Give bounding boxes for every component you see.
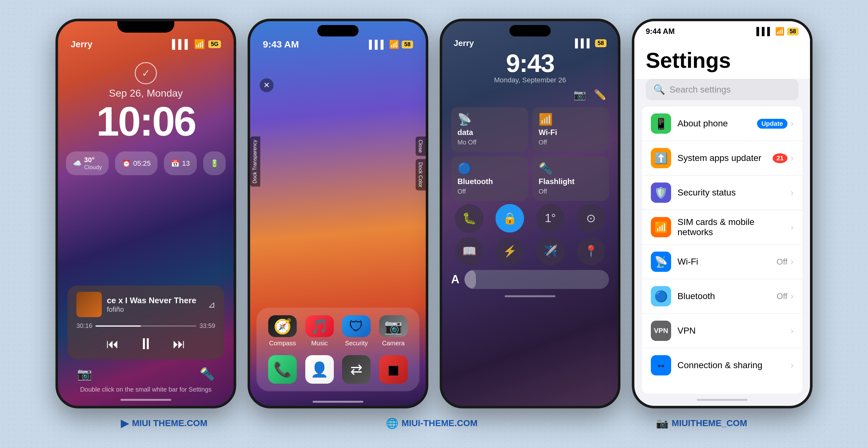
p4-row-security-status[interactable]: 🛡️ Security status ›	[642, 175, 802, 210]
p2-dock-area: 🧭 Compass 🎵 Music 🛡 Security 📷	[256, 308, 420, 391]
footer-link-instagram[interactable]: 📷 MIUITHEME_COM	[656, 417, 747, 429]
p2-time: 9:43 AM	[263, 39, 299, 50]
p3-user: Jerry	[454, 38, 474, 48]
p4-search-icon: 🔍	[653, 84, 665, 95]
p2-left-labels: Dock Transparency	[250, 136, 260, 190]
p4-bluetooth-row-icon: 🔵	[651, 286, 671, 307]
p4-vpn-title: VPN	[678, 326, 784, 336]
p1-check-ring: ✓	[135, 62, 157, 84]
p1-elapsed: 30:16	[76, 322, 92, 329]
p3-icon-target[interactable]: ⊙	[577, 204, 605, 232]
p1-battery-widget: 🔋	[203, 152, 226, 175]
p2-dock-row: 📞 👤 ⇄ ◼	[264, 352, 412, 384]
p2-dock-share[interactable]: ⇄	[342, 355, 371, 384]
p1-camera-icon[interactable]: 📷	[77, 367, 92, 381]
p3-camera-edit: 📷 ✏️	[442, 86, 618, 104]
signal-icon: ▌▌▌	[172, 39, 191, 50]
p2-close-btn[interactable]: ✕	[260, 78, 274, 92]
p1-next-button[interactable]: ⏭	[173, 337, 185, 351]
phone-controlcenter: Jerry ▌▌▌ 58 9:43 Monday, September 26 📷…	[440, 19, 620, 408]
p3-edit-btn[interactable]: ✏️	[594, 89, 607, 101]
p4-signal-icon: ▌▌▌	[756, 27, 773, 36]
security-icon: 🛡	[342, 315, 371, 337]
p1-prev-button[interactable]: ⏮	[106, 337, 119, 351]
p4-updater-icon: ⬆️	[651, 148, 671, 168]
p3-icon-bug[interactable]: 🐛	[455, 204, 484, 232]
p3-brightness-label: A	[451, 273, 459, 286]
p4-bluetooth-value: Off	[776, 291, 787, 301]
p4-row-about[interactable]: 📱 About phone Update ›	[642, 106, 802, 141]
p1-flashlight-icon[interactable]: 🔦	[200, 367, 215, 381]
p3-icon-rotate[interactable]: 1°	[536, 204, 565, 232]
p1-airplay-icon[interactable]: ⊿	[208, 299, 215, 310]
p4-home-indicator	[697, 399, 747, 401]
p3-tile-bluetooth[interactable]: 🔵 Bluetooth Off	[451, 156, 528, 201]
p3-flashlight-icon: 🔦	[538, 162, 603, 175]
p2-close-label[interactable]: Close	[415, 136, 426, 156]
footer-link-web[interactable]: 🌐 MIUI-THEME.COM	[386, 417, 478, 429]
p2-transparency-label[interactable]: Dock Transparency	[250, 136, 260, 187]
p3-tile-flashlight[interactable]: 🔦 Flashlight Off	[532, 156, 609, 201]
p3-bluetooth-title: Bluetooth	[458, 177, 522, 186]
p4-vpn-icon: VPN	[651, 321, 671, 341]
p4-about-chevron: ›	[790, 119, 794, 129]
p3-icon-airplane[interactable]: ✈️	[536, 237, 565, 265]
p2-dock-color-label[interactable]: Dock Color	[415, 159, 426, 190]
p4-updater-title: System apps updater	[678, 153, 766, 163]
p4-sim-title: SIM cards & mobile networks	[678, 217, 784, 237]
alarm-icon: ⏰	[122, 159, 131, 168]
p1-temp: 30°	[84, 156, 102, 164]
p3-time: 9:43	[442, 51, 618, 76]
p3-brightness-slider[interactable]	[464, 270, 609, 289]
p3-camera-btn[interactable]: 📷	[574, 89, 586, 101]
p1-alarm-time: 05:25	[133, 159, 151, 168]
notch	[117, 21, 174, 33]
p2-app-camera[interactable]: 📷 Camera	[378, 315, 409, 347]
p4-row-wifi[interactable]: 📡 Wi-Fi Off ›	[642, 245, 802, 279]
p4-wifi-chevron: ›	[790, 257, 794, 267]
p4-connection-icon: ↔️	[651, 355, 671, 376]
p4-row-connection[interactable]: ↔️ Connection & sharing ›	[642, 348, 802, 382]
p2-app-security[interactable]: 🛡 Security	[340, 315, 372, 347]
p1-carrier: Jerry	[71, 39, 93, 50]
p3-battery-badge: 58	[595, 39, 607, 47]
p3-wifi-icon: 📶	[538, 113, 603, 126]
p4-row-vpn[interactable]: VPN VPN ›	[642, 314, 802, 348]
p1-music-player: ce x I Was Never There fofiño ⊿ 30:16 33…	[67, 285, 224, 359]
p4-sim-icon: 📶	[651, 217, 671, 237]
p3-flashlight-sub: Off	[538, 188, 603, 195]
p2-dock-phone[interactable]: 📞	[268, 355, 297, 384]
p3-tile-wifi[interactable]: 📶 Wi-Fi Off	[532, 107, 609, 152]
p3-signal-icon: ▌▌▌	[575, 38, 592, 48]
p2-app-music[interactable]: 🎵 Music	[304, 315, 335, 347]
p2-dock-layers[interactable]: ◼	[379, 355, 408, 384]
p3-bluetooth-icon: 🔵	[458, 162, 522, 175]
p4-search-bar[interactable]: 🔍 Search settings	[646, 79, 799, 100]
p4-row-updater[interactable]: ⬆️ System apps updater 21 ›	[642, 141, 802, 175]
p4-page-title: Settings	[634, 38, 810, 79]
p1-progress-bar[interactable]	[95, 325, 196, 327]
p2-signal-icon: ▌▌▌	[369, 40, 386, 50]
globe-icon: 🌐	[386, 417, 399, 429]
p4-row-bluetooth[interactable]: 🔵 Bluetooth Off ›	[642, 279, 802, 314]
p2-dock-contacts[interactable]: 👤	[305, 355, 334, 384]
p1-weather-widget: ☁️ 30° Cloudy	[66, 152, 109, 175]
p3-icon-book[interactable]: 📖	[455, 237, 484, 265]
footer-link-youtube[interactable]: ▶ MIUI THEME.COM	[121, 417, 207, 429]
p3-icon-location[interactable]: 📍	[577, 237, 605, 265]
p2-home-indicator	[313, 401, 363, 403]
p1-pause-button[interactable]: ⏸	[138, 334, 154, 353]
p4-security-icon: 🛡️	[651, 183, 671, 203]
p4-wifi-row-icon: 📡	[651, 252, 671, 272]
p1-calendar-num: 13	[182, 159, 190, 168]
phone-homescreen: 9:43 AM ▌▌▌ 📶 58 Close Dock Color Dock T…	[248, 19, 428, 408]
calendar-icon: 📅	[171, 159, 180, 168]
main-row: Jerry ▌▌▌ 📶 5G ✓ Sep 26, Monday 10:06 ☁️…	[0, 19, 868, 408]
p3-date: Monday, September 26	[442, 76, 618, 84]
p4-security-chevron: ›	[790, 188, 794, 198]
p3-tile-data[interactable]: 📡 data Mo Off	[451, 107, 528, 152]
p3-icon-lock[interactable]: 🔒	[496, 204, 524, 232]
p3-icon-flash[interactable]: ⚡	[496, 237, 524, 265]
p4-row-sim[interactable]: 📶 SIM cards & mobile networks ›	[642, 210, 802, 245]
p2-app-compass[interactable]: 🧭 Compass	[267, 315, 298, 347]
